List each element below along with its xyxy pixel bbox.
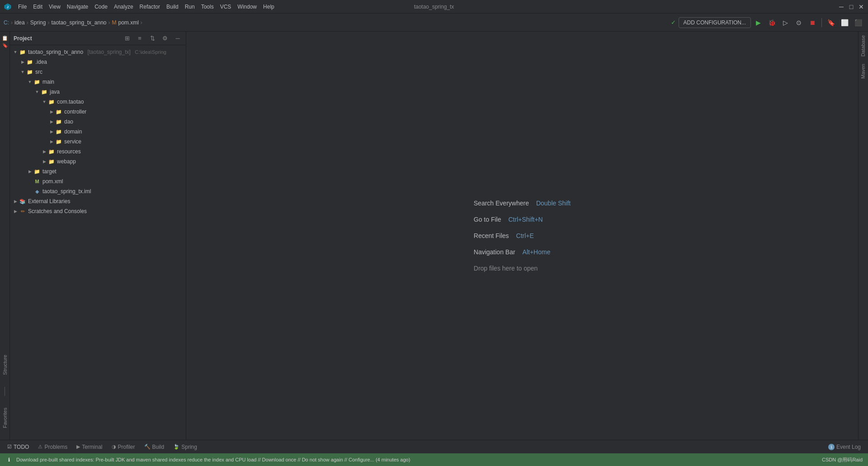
tree-item-iml[interactable]: ◆ taotao_spring_tx.iml (10, 186, 186, 196)
maven-tab[interactable]: Maven (859, 60, 868, 82)
menu-analyze[interactable]: Analyze (111, 3, 136, 11)
tree-item-dao[interactable]: ▶ 📁 dao (10, 117, 186, 127)
breadcrumb-file[interactable]: pom.xml (118, 19, 138, 26)
bookmark-button[interactable]: 🔖 (825, 16, 837, 29)
locate-file-button[interactable]: ⊞ (123, 34, 132, 43)
settings-button[interactable]: ⚙ (160, 34, 170, 43)
sort-button[interactable]: ⇅ (148, 34, 157, 43)
tree-label-resources: resources (57, 148, 81, 155)
tree-item-src[interactable]: ▼ 📁 src (10, 67, 186, 77)
menu-tools[interactable]: Tools (198, 3, 217, 11)
tree-item-root[interactable]: ▼ 📁 taotao_spring_tx_anno [taotao_spring… (10, 47, 186, 57)
collapse-all-button[interactable]: ≡ (135, 34, 144, 43)
bottom-panel: ☑ TODO ⚠ Problems ▶ Terminal ◑ Profiler … (0, 440, 868, 453)
tree-label-ext-libs: External Libraries (28, 198, 70, 204)
menu-vcs[interactable]: VCS (217, 3, 234, 11)
search-everywhere-label: Search Everywhere (474, 200, 529, 207)
folder-icon-controller: 📁 (55, 108, 62, 115)
favorites-tab[interactable]: Favorites (1, 405, 9, 431)
bookmark-tab-icon[interactable]: 🔖 (2, 43, 8, 48)
tree-item-webapp[interactable]: ▶ 📁 webapp (10, 157, 186, 166)
menu-file[interactable]: File (15, 3, 29, 11)
tree-item-service[interactable]: ▶ 📁 service (10, 137, 186, 147)
hide-panel-button[interactable]: ─ (173, 34, 182, 43)
coverage-button[interactable]: ▷ (779, 16, 792, 29)
debug-button[interactable]: 🐞 (765, 16, 778, 29)
tree-arrow-domain: ▶ (48, 129, 55, 134)
recent-files-row: Recent Files Ctrl+E (474, 232, 534, 239)
tree-item-controller[interactable]: ▶ 📁 controller (10, 107, 186, 117)
right-sidebar-tabs: Database Maven (858, 32, 868, 440)
folder-icon-dao: 📁 (55, 118, 62, 125)
tree-arrow-java: ▼ (33, 90, 41, 94)
tree-item-java[interactable]: ▼ 📁 java (10, 87, 186, 97)
tree-item-domain[interactable]: ▶ 📁 domain (10, 127, 186, 137)
build-label: Build (152, 444, 165, 450)
maximize-button[interactable]: □ (848, 4, 854, 10)
tree-item-target[interactable]: ▶ 📁 target (10, 166, 186, 176)
tree-item-idea[interactable]: ▶ 📁 .idea (10, 57, 186, 67)
problems-icon: ⚠ (38, 444, 42, 450)
menu-navigate[interactable]: Navigate (64, 3, 91, 11)
problems-tab[interactable]: ⚠ Problems (34, 442, 71, 452)
run-button[interactable]: ▶ (752, 16, 764, 29)
tree-item-pom[interactable]: M pom.xml (10, 176, 186, 186)
spring-label: Spring (181, 444, 197, 450)
stop-button[interactable]: ⏹ (806, 16, 819, 29)
project-tab-icon[interactable]: 📋 (2, 35, 8, 41)
database-tab[interactable]: Database (859, 32, 868, 60)
tree-item-resources[interactable]: ▶ 📁 resources (10, 147, 186, 157)
tree-item-ext-libs[interactable]: ▶ 📚 External Libraries (10, 196, 186, 206)
add-configuration-button[interactable]: ADD CONFIGURATION... (679, 17, 751, 28)
tree-arrow-controller: ▶ (48, 109, 55, 114)
breadcrumb-c[interactable]: C: (4, 19, 9, 26)
app-icon: J (4, 3, 12, 11)
profile-button[interactable]: ⊙ (793, 16, 805, 29)
toolbar-actions: ✓ ADD CONFIGURATION... ▶ 🐞 ▷ ⊙ ⏹ 🔖 ⬜ ⬛ (671, 16, 864, 29)
menu-build[interactable]: Build (164, 3, 181, 11)
search-everywhere-row: Search Everywhere Double Shift (474, 200, 571, 207)
spring-tab[interactable]: 🍃 Spring (170, 442, 201, 452)
inspections-icon: ✓ (671, 19, 676, 26)
window-controls: ─ □ ✕ (838, 4, 864, 10)
todo-tab[interactable]: ☑ TODO (4, 442, 33, 452)
navigation-bar-row: Navigation Bar Alt+Home (474, 248, 551, 256)
welcome-content: Search Everywhere Double Shift Go to Fil… (474, 200, 571, 272)
menu-edit[interactable]: Edit (30, 3, 45, 11)
recent-files-shortcut[interactable]: Ctrl+E (516, 232, 534, 239)
search-everywhere-shortcut[interactable]: Double Shift (536, 200, 571, 207)
menu-code[interactable]: Code (92, 3, 110, 11)
tree-label-dao: dao (64, 119, 73, 125)
tree-item-main[interactable]: ▼ 📁 main (10, 77, 186, 87)
layout-button[interactable]: ⬜ (838, 16, 851, 29)
breadcrumb-spring[interactable]: Spring (30, 19, 46, 26)
tree-arrow-com-taotao: ▼ (41, 100, 48, 104)
breadcrumb-idea[interactable]: idea (14, 19, 25, 26)
minimize-button[interactable]: ─ (838, 4, 844, 10)
goto-file-row: Go to File Ctrl+Shift+N (474, 216, 543, 223)
menu-refactor[interactable]: Refactor (137, 3, 163, 11)
iml-icon: ◆ (33, 188, 41, 195)
structure-tab[interactable]: Structure (1, 352, 9, 378)
window-title: taotao_spring_tx (414, 4, 454, 10)
tree-item-scratches[interactable]: ▶ ✏ Scratches and Consoles (10, 206, 186, 216)
terminal-tab[interactable]: ▶ Terminal (73, 442, 106, 452)
build-tab[interactable]: 🔨 Build (141, 442, 168, 452)
profiler-tab[interactable]: ◑ Profiler (108, 442, 139, 452)
navigation-bar-shortcut[interactable]: Alt+Home (523, 248, 551, 256)
menu-view[interactable]: View (46, 3, 63, 11)
tree-label-main: main (42, 79, 54, 85)
goto-file-shortcut[interactable]: Ctrl+Shift+N (508, 216, 542, 223)
svg-text:J: J (7, 5, 9, 9)
folder-icon-main: 📁 (33, 78, 41, 86)
menu-help[interactable]: Help (260, 3, 277, 11)
tree-label-domain: domain (64, 128, 82, 135)
event-log-button[interactable]: 1 Event Log (825, 443, 864, 451)
menu-run[interactable]: Run (182, 3, 198, 11)
folder-icon-service: 📁 (55, 138, 62, 145)
menu-window[interactable]: Window (235, 3, 259, 11)
close-button[interactable]: ✕ (858, 4, 864, 10)
breadcrumb-project[interactable]: taotao_spring_tx_anno (51, 19, 106, 26)
maximize-editor-button[interactable]: ⬛ (852, 16, 864, 29)
tree-item-com-taotao[interactable]: ▼ 📁 com.taotao (10, 97, 186, 107)
